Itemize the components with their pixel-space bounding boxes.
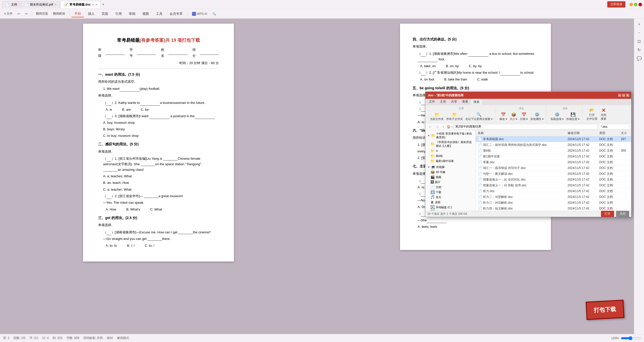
fe-btn-current-folder[interactable]: 📁 当前文件夹 xyxy=(429,111,445,121)
tree-item-docs[interactable]: 📄 文档 xyxy=(425,185,475,190)
fe-btn-advanced[interactable]: ⚙️ 高级选项 ▾ xyxy=(549,111,565,121)
sidebar-rotate[interactable]: ↻ xyxy=(636,46,643,53)
tree-item-group6[interactable]: 📁 第6组 xyxy=(425,153,475,158)
tab-doc2[interactable]: 📝 常考易错题.doc ● ✕ xyxy=(60,1,101,8)
table-row[interactable]: 📄第6组 2024/11/5 17:42 DOC 文档 359 xyxy=(476,148,631,154)
fe-back-btn[interactable]: ← xyxy=(427,124,433,129)
fe-open-button[interactable]: 打开 xyxy=(601,211,614,217)
tree-item-d[interactable]: 💽 工作盘 (D:) xyxy=(425,210,475,211)
close-button[interactable] xyxy=(638,3,642,6)
fe-tab-view[interactable]: 查看 xyxy=(460,99,471,105)
tab-tools[interactable]: 工具 xyxy=(153,11,166,17)
table-row[interactable]: 📄新1期中试卷 2024/11/5 17:42 DOC 文档 xyxy=(476,154,631,159)
file-type-cell: DOC 文档 xyxy=(597,159,619,165)
tab-start[interactable]: 开始 xyxy=(71,10,84,17)
menu-edit[interactable]: 翻阅页面 xyxy=(34,11,50,17)
file-icon: 📄 xyxy=(478,160,482,164)
fe-btn-search-again[interactable]: 🔍 在以下位置再次搜索 ▾ xyxy=(464,111,494,121)
tree-item-c[interactable]: 💽 本地磁盘 (C:) xyxy=(425,205,475,210)
fe-tab-file[interactable]: 文件 xyxy=(426,99,437,105)
table-row[interactable]: 📄听力四：短文解析.doc 2024/11/5 17:42 DOC 文档 xyxy=(476,206,631,211)
sidebar-zoom-in[interactable]: ＋ xyxy=(636,21,643,28)
tree-item-exam[interactable]: 📁 《学英语冲步训练》期末所说测试【入册】 xyxy=(425,140,475,148)
fe-btn-save-location[interactable]: 💾 存储位置 ▾ xyxy=(565,111,581,121)
fe-up-btn[interactable]: ↑ xyxy=(441,124,445,129)
table-row[interactable]: 📄词汇一：疏导错误 仿写句子.doc 2024/11/5 17:42 DOC 文… xyxy=(476,165,631,171)
tree-item-pc[interactable]: ▼ 💻 此电脑 xyxy=(425,164,475,169)
table-row[interactable]: 📄草案.doc 2024/11/5 17:42 DOC 文档 xyxy=(476,159,631,165)
fe-btn-size[interactable]: 📦 大小 ▾ xyxy=(509,111,518,121)
tab-vip[interactable]: 会员专享 xyxy=(167,11,186,17)
sidebar-comment[interactable]: 💬 xyxy=(636,55,643,62)
fe-tab-search[interactable]: 搜索 xyxy=(471,99,482,105)
tab-review[interactable]: 审阅 xyxy=(126,11,138,17)
table-row[interactable]: 📄常考易错题.doc 2024/11/5 17:42 DOC 文档 297 xyxy=(476,136,631,142)
wps-ai-button[interactable]: WPS AI xyxy=(190,11,209,17)
toolbar-undo[interactable]: ↩ xyxy=(16,11,22,16)
tree-item-downloads[interactable]: ⬇️ 下载 xyxy=(425,190,475,195)
add-tab-button[interactable]: + xyxy=(101,2,105,7)
tree-label-music: 音乐 xyxy=(436,195,441,199)
fe-right-panel[interactable]: 名称 修改日期 类型 大小 📄常考易错题.doc 2024/11/5 17:42… xyxy=(476,130,631,211)
right-page-container[interactable]: 四、出行方式的表达。(5 分) 单项选择。 （）1. [湖南省株洲市]We of… xyxy=(317,19,634,334)
fe-btn-close-search[interactable]: ✕ 关闭搜索 xyxy=(599,107,608,121)
tab-pdf[interactable]: 📄 期末所说测试.pdf ✕ xyxy=(21,1,60,8)
fe-maximize[interactable]: □ xyxy=(622,94,625,97)
fe-btn-date[interactable]: 📅 日期 ▾ xyxy=(519,111,529,121)
table-row[interactable]: 📄情量选项义一：问 答配 排序.doc 2024/11/5 17:42 DOC … xyxy=(476,183,631,188)
toolbar-redo[interactable]: ↪ xyxy=(23,11,30,16)
fe-tab-home[interactable]: 主页 xyxy=(437,99,449,105)
table-row[interactable]: 📄听力二：句型解析.doc 2024/11/5 17:42 DOC 文档 xyxy=(476,194,631,200)
menu-file[interactable]: ≡ 文件 xyxy=(2,11,15,17)
fe-address-input[interactable] xyxy=(454,124,597,130)
zoom-slider[interactable] xyxy=(621,336,641,340)
fe-close[interactable]: ✕ xyxy=(626,94,629,97)
table-row[interactable]: 📄听力.doc 2024/11/5 17:42 DOC 文档 xyxy=(476,188,631,194)
fe-btn-modify[interactable]: 📅 修改 ▾ xyxy=(498,111,508,121)
fe-minimize[interactable]: ─ xyxy=(618,94,621,97)
fe-tab-share[interactable]: 共享 xyxy=(449,99,460,105)
status-proofread[interactable]: 校对 xyxy=(107,336,113,340)
tab-doc[interactable]: 📄 文档 xyxy=(2,1,20,8)
table-row[interactable]: 📄词汇二：校对词请 用所给词的适当形式填空.doc 2024/11/5 17:4… xyxy=(476,142,631,148)
tab-insert[interactable]: 插入 xyxy=(85,11,98,17)
tree-item-desktop[interactable]: 🖥 桌面 xyxy=(425,200,475,205)
minimize-button[interactable] xyxy=(629,3,633,6)
tree-item-images[interactable]: 🖼 图片 xyxy=(425,180,475,185)
col-size[interactable]: 大小 xyxy=(619,130,631,136)
search-button[interactable]: 🔍 xyxy=(210,11,218,16)
tree-item-music[interactable]: 🎵 音乐 xyxy=(425,195,475,200)
tab-view[interactable]: 视图 xyxy=(139,11,152,17)
tab-page[interactable]: 页面 xyxy=(99,11,111,17)
sidebar-fit[interactable]: ⊡ xyxy=(636,38,643,45)
table-row[interactable]: 📄情量选项义一：比 全对对比.doc 2024/11/5 17:42 DOC 文… xyxy=(476,177,631,183)
col-type[interactable]: 类型 xyxy=(597,130,619,136)
tab-reference[interactable]: 引用 xyxy=(112,11,125,17)
table-row[interactable]: 📄听力三：对话解析.doc 2024/11/5 17:42 DOC 文档 xyxy=(476,200,631,206)
left-page-container[interactable]: 常考易错题(有参考答案)共 19 项打包下载 班级 学号 姓名 得分 xyxy=(0,19,317,334)
table-row[interactable]: 📄句型一：图文解读.doc 2024/11/5 17:42 DOC 文档 xyxy=(476,171,631,177)
tab-pdf-close[interactable]: ✕ xyxy=(55,3,57,6)
status-col-label: 列: 315 xyxy=(53,336,62,340)
fe-search-input[interactable] xyxy=(599,124,629,130)
fe-left-panel[interactable]: ▼ 📁 小初高 英语课本电子版 (来自教育部) 📁 《学英语冲步训练》期末所说测… xyxy=(425,130,476,211)
register-button[interactable]: 立即登录 xyxy=(607,1,625,8)
fe-group-options: 选项 ⚙️ 高级选项 ▾ 💾 存储位置 ▾ xyxy=(548,106,582,122)
download-button[interactable]: 打包下载 xyxy=(586,300,624,320)
col-name[interactable]: 名称 xyxy=(476,130,566,136)
tree-item-1[interactable]: 📁 ① xyxy=(425,148,475,153)
tab-doc2-close[interactable]: ✕ xyxy=(95,3,97,6)
sidebar-zoom-out[interactable]: － xyxy=(636,29,643,36)
tree-item-video[interactable]: 🎬 视频 xyxy=(425,175,475,180)
tree-item-3d[interactable]: 📦 3D 对象 xyxy=(425,169,475,175)
tree-item-latest[interactable]: 📁 最新1期中试卷 xyxy=(425,158,475,163)
col-date[interactable]: 修改日期 xyxy=(566,130,597,136)
fe-cancel-button[interactable]: 关闭 xyxy=(616,211,629,217)
menu-view[interactable]: 翻阅邮箱 xyxy=(51,11,67,17)
fe-btn-other-props[interactable]: ⚙️ 其他属性 ▾ xyxy=(529,111,545,121)
fe-btn-open-location[interactable]: 📂 打开文件位置 xyxy=(585,107,598,121)
fe-btn-all-subfolders[interactable]: 📁 所有子文件夹 xyxy=(445,111,464,121)
fe-forward-btn[interactable]: → xyxy=(434,124,440,129)
maximize-button[interactable] xyxy=(634,3,637,6)
tree-item-root[interactable]: ▼ 📁 小初高 英语课本电子版 (来自教育部) xyxy=(425,131,475,140)
